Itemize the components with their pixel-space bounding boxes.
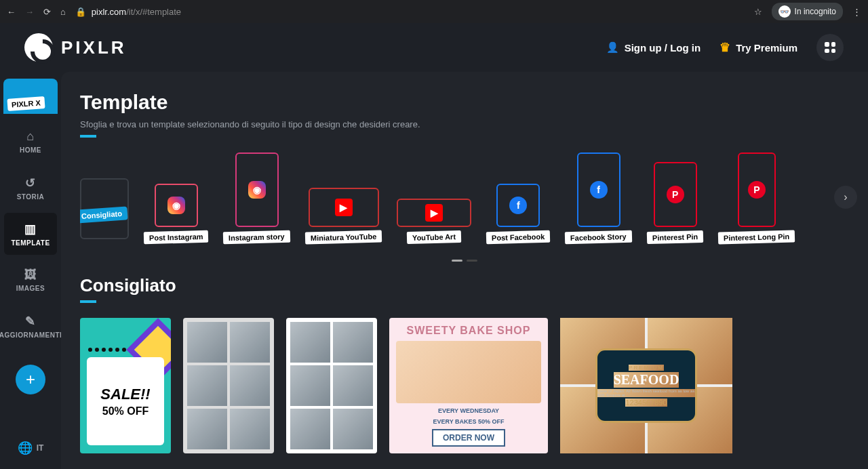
page-title: Template bbox=[80, 91, 868, 114]
try-premium-button[interactable]: ♛ Try Premium bbox=[719, 40, 797, 55]
page-subtitle: Sfoglia e trova un template selezionando… bbox=[80, 119, 868, 129]
template-label: Facebook Story bbox=[565, 230, 632, 245]
sidebar-item-home[interactable]: ⌂ HOME bbox=[4, 121, 57, 163]
template-label: YouTube Art bbox=[407, 230, 461, 244]
browser-chrome: ← → ⟳ ⌂ 🔒 pixlr.com/it/x/#template ☆ 👓 I… bbox=[0, 0, 868, 23]
address-bar[interactable]: 🔒 pixlr.com/it/x/#template bbox=[75, 4, 745, 20]
lock-icon: 🔒 bbox=[75, 7, 86, 17]
carousel-next-button[interactable]: › bbox=[834, 186, 857, 209]
main-content: Template Sfoglia e trova un template sel… bbox=[61, 72, 868, 469]
pin-icon: P bbox=[748, 181, 766, 199]
template-label: Post Instagram bbox=[144, 230, 209, 244]
signup-label: Sign up / Log in bbox=[625, 42, 701, 54]
sale-off: 50% OFF bbox=[102, 405, 149, 417]
accent-bar bbox=[80, 300, 96, 303]
template-card-post-facebook[interactable]: fPost Facebook bbox=[486, 184, 550, 243]
sale-title: SALE!! bbox=[100, 386, 150, 403]
sea-title: SEAFOOD bbox=[614, 372, 679, 388]
url-path: /it/x/#template bbox=[126, 7, 181, 17]
user-icon: 👤 bbox=[606, 41, 619, 54]
add-button[interactable]: + bbox=[16, 365, 45, 394]
template-card-pinterest-long-pin[interactable]: PPinterest Long Pin bbox=[718, 152, 795, 243]
sidebar: PIXLR X ⌂ HOME ↺ STORIA ▥ TEMPLATE 🖼 IMA… bbox=[0, 72, 61, 469]
crown-icon: ♛ bbox=[719, 40, 730, 55]
sidebar-product-badge[interactable]: PIXLR X bbox=[3, 79, 58, 114]
template-card-pinterest-pin[interactable]: PPinterest Pin bbox=[647, 162, 703, 243]
pencil-icon: ✎ bbox=[25, 314, 36, 329]
carousel-dots bbox=[61, 260, 868, 262]
sidebar-item-label: TEMPLATE bbox=[11, 239, 50, 247]
logo[interactable]: PIXLR bbox=[24, 33, 127, 62]
apps-grid-button[interactable] bbox=[816, 34, 844, 61]
incognito-label: In incognito bbox=[795, 7, 836, 16]
language-label: IT bbox=[37, 443, 44, 453]
thumb-bake-shop[interactable]: SWEETY BAKE SHOP EVERY WEDNESDAY EVERY B… bbox=[389, 318, 548, 453]
sidebar-item-label: STORIA bbox=[17, 193, 45, 201]
section-title-consigliato: Consigliato bbox=[80, 275, 868, 296]
bake-line2: EVERY BAKES 50% OFF bbox=[433, 418, 504, 425]
language-selector[interactable]: 🌐 IT bbox=[18, 441, 44, 455]
dot[interactable] bbox=[467, 260, 477, 262]
template-card-facebook-story[interactable]: fFacebook Story bbox=[565, 152, 632, 243]
pin-icon: P bbox=[667, 186, 684, 203]
template-type-row: Consigliato ◉Post Instagram◉Instagram st… bbox=[80, 152, 868, 250]
template-label: Pinterest Long Pin bbox=[718, 230, 795, 245]
ig-icon: ◉ bbox=[248, 181, 266, 199]
accent-bar bbox=[80, 135, 96, 138]
back-icon[interactable]: ← bbox=[7, 7, 16, 17]
template-card-post-instagram[interactable]: ◉Post Instagram bbox=[144, 184, 208, 243]
sea-num: 1234567890 bbox=[625, 399, 667, 407]
sea-premium: PREMIUM bbox=[629, 365, 664, 371]
yt-icon: ▶ bbox=[335, 199, 353, 216]
bake-title: SWEETY BAKE SHOP bbox=[407, 325, 531, 337]
sidebar-item-label: IMAGES bbox=[16, 285, 45, 292]
template-icon: ▥ bbox=[24, 222, 37, 237]
sidebar-badge-label: PIXLR X bbox=[7, 96, 45, 111]
yt-icon: ▶ bbox=[425, 204, 443, 222]
star-icon[interactable]: ☆ bbox=[754, 7, 762, 17]
thumb-sale[interactable]: SALE!! 50% OFF bbox=[80, 318, 171, 453]
image-icon: 🖼 bbox=[24, 268, 37, 282]
history-icon: ↺ bbox=[25, 176, 36, 190]
premium-label: Try Premium bbox=[736, 42, 797, 54]
logo-mark-icon bbox=[24, 33, 53, 62]
thumb-collage-2[interactable] bbox=[286, 318, 377, 453]
logo-text: PIXLR bbox=[61, 37, 127, 58]
thumb-collage-1[interactable] bbox=[183, 318, 274, 453]
menu-icon[interactable]: ⋮ bbox=[852, 7, 861, 17]
url-host: pixlr.com bbox=[92, 7, 126, 17]
template-card-consigliato[interactable]: Consigliato bbox=[80, 178, 129, 243]
template-label: Post Facebook bbox=[486, 230, 551, 244]
globe-icon: 🌐 bbox=[18, 441, 33, 455]
incognito-icon: 👓 bbox=[778, 5, 791, 18]
sidebar-item-label: AGGIORNAMENTI bbox=[0, 331, 62, 339]
fb-icon: f bbox=[509, 197, 527, 214]
fb-icon: f bbox=[590, 181, 608, 199]
incognito-badge: 👓 In incognito bbox=[772, 3, 843, 20]
ig-icon: ◉ bbox=[167, 197, 185, 214]
dot-active[interactable] bbox=[452, 260, 462, 262]
recommended-thumbs: SALE!! 50% OFF SWEETY BAKE SHOP EVERY WE… bbox=[80, 318, 868, 453]
template-card-youtube-art[interactable]: ▶YouTube Art bbox=[397, 199, 471, 243]
sidebar-item-storia[interactable]: ↺ STORIA bbox=[4, 167, 57, 209]
grid-icon bbox=[825, 42, 835, 53]
bake-line1: EVERY WEDNESDAY bbox=[438, 407, 499, 414]
home-icon[interactable]: ⌂ bbox=[60, 7, 66, 17]
sidebar-item-images[interactable]: 🖼 IMAGES bbox=[4, 259, 57, 301]
sea-sub: Taste of Japan. Air flown fresh seafood … bbox=[597, 389, 695, 397]
template-label: Pinterest Pin bbox=[647, 230, 704, 244]
template-label: Miniatura YouTube bbox=[305, 230, 382, 245]
featured-tag: Consigliato bbox=[80, 206, 127, 223]
template-card-instagram-story[interactable]: ◉Instagram story bbox=[223, 152, 290, 243]
house-icon: ⌂ bbox=[26, 129, 34, 144]
template-label: Instagram story bbox=[223, 230, 290, 245]
thumb-seafood[interactable]: PREMIUM SEAFOOD Taste of Japan. Air flow… bbox=[560, 318, 732, 453]
bake-order: ORDER NOW bbox=[432, 429, 505, 447]
signup-login-button[interactable]: 👤 Sign up / Log in bbox=[606, 41, 701, 54]
forward-icon[interactable]: → bbox=[25, 7, 34, 17]
sidebar-item-aggiornamenti[interactable]: ✎ AGGIORNAMENTI bbox=[4, 305, 57, 347]
template-card-miniatura-youtube[interactable]: ▶Miniatura YouTube bbox=[305, 188, 382, 243]
app-header: PIXLR 👤 Sign up / Log in ♛ Try Premium bbox=[0, 23, 868, 72]
reload-icon[interactable]: ⟳ bbox=[43, 7, 51, 17]
sidebar-item-template[interactable]: ▥ TEMPLATE bbox=[4, 213, 57, 255]
